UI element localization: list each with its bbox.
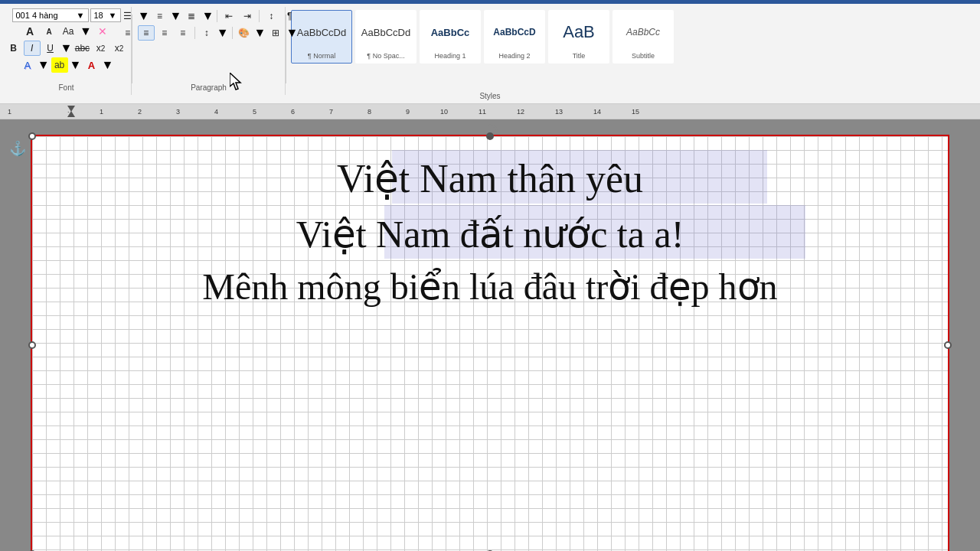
bold-btn[interactable]: B xyxy=(5,41,22,56)
anchor-icon[interactable]: ⚓ xyxy=(9,140,26,157)
page-content[interactable]: Việt Nam thân yêu Việt Nam đất nước ta a… xyxy=(32,152,948,312)
style-title[interactable]: AaB Title xyxy=(548,10,609,64)
shading-arrow: ▼ xyxy=(254,26,266,40)
ruler-label-9: 9 xyxy=(406,108,410,116)
text-effects-arrow: ▼ xyxy=(38,58,50,72)
numbering-arrow: ▼ xyxy=(170,9,182,23)
ruler-label-4: 4 xyxy=(214,108,218,116)
show-marks-btn[interactable]: ¶ xyxy=(281,8,298,24)
style-normal-preview: AaBbCcDd xyxy=(295,14,348,51)
style-heading2[interactable]: AaBbCcD Heading 2 xyxy=(484,10,545,64)
subscript-btn[interactable]: x2 xyxy=(92,41,109,56)
para-divider1 xyxy=(217,10,217,22)
handle-top-mid[interactable] xyxy=(486,132,494,140)
style-nospace-preview: AaBbCcDd xyxy=(359,14,413,51)
ruler-label-1: 1 xyxy=(8,108,11,116)
underline-btn[interactable]: U xyxy=(42,41,59,56)
font-color-btn[interactable]: A xyxy=(83,57,100,73)
poem-line-1: Việt Nam thân yêu xyxy=(32,152,948,207)
style-subtitle-preview: AaBbCc xyxy=(616,14,670,51)
ruler-label-zero: · xyxy=(67,108,70,116)
ruler-label-15: 15 xyxy=(632,108,639,116)
doc-area: Việt Nam thân yêu Việt Nam đất nước ta a… xyxy=(0,119,980,551)
para-divider2 xyxy=(259,10,260,22)
styles-group: AaBbCcDd ¶ Normal AaBbCcDd ¶ No Spac... … xyxy=(286,7,678,95)
line-spacing-btn[interactable]: ↕ xyxy=(198,25,215,41)
strikethrough-btn[interactable]: abc xyxy=(74,41,90,56)
size-dropdown-arrow: ▼ xyxy=(109,11,117,20)
font-row4: A ▼ ab ▼ A ▼ xyxy=(19,57,114,73)
decrease-font-btn[interactable]: A xyxy=(41,24,57,39)
style-title-label: Title xyxy=(573,52,586,60)
increase-indent-btn[interactable]: ⇥ xyxy=(239,8,256,24)
borders-btn[interactable]: ⊞ xyxy=(267,25,284,41)
ruler-label-5: 5 xyxy=(253,108,256,116)
clear-format-btn[interactable]: ✕ xyxy=(94,24,111,39)
page[interactable]: Việt Nam thân yêu Việt Nam đất nước ta a… xyxy=(31,135,949,551)
ruler-content: 1 · 1 2 3 4 5 6 7 8 9 10 11 12 13 14 15 xyxy=(0,104,980,119)
align-left-btn[interactable]: ≡ xyxy=(119,25,136,41)
style-normal-label: ¶ Normal xyxy=(308,52,335,60)
font-color-arrow: ▼ xyxy=(101,58,113,72)
ruler-label-13: 13 xyxy=(555,108,563,116)
style-nospace-label: ¶ No Spac... xyxy=(367,52,404,60)
highlight-arrow: ▼ xyxy=(70,58,82,72)
font-row1: 001 4 hàng ▼ 18 ▼ xyxy=(12,8,121,22)
style-subtitle[interactable]: AaBbCc Subtitle xyxy=(612,10,674,64)
borders-arrow: ▼ xyxy=(286,26,298,40)
line-spacing-arrow: ▼ xyxy=(217,26,229,40)
underline-arrow: ▼ xyxy=(60,41,73,55)
poem-line-2: Việt Nam đất nước ta a! xyxy=(32,207,948,261)
font-group: 001 4 hàng ▼ 18 ▼ A A Aa ▼ ✕ B I xyxy=(2,7,132,95)
shading-btn[interactable]: 🎨 xyxy=(236,25,253,41)
ribbon-top: 001 4 hàng ▼ 18 ▼ A A Aa ▼ ✕ B I xyxy=(0,4,980,103)
handle-left-mid[interactable] xyxy=(28,341,36,349)
handle-right-mid[interactable] xyxy=(944,341,952,349)
sort-btn[interactable]: ↕ xyxy=(263,8,279,24)
handle-top-left[interactable] xyxy=(28,132,36,140)
styles-label: Styles xyxy=(479,92,500,95)
align-center-btn[interactable]: ≡ xyxy=(138,25,155,41)
ruler-label-2: 2 xyxy=(138,108,142,116)
paragraph-group: ☰ ▼ ≡ ▼ ≣ ▼ ⇤ ⇥ ↕ ¶ ≡ ≡ ≡ ≡ ↕ ▼ xyxy=(132,7,286,95)
change-case-btn[interactable]: Aa xyxy=(60,24,77,39)
numbering-btn[interactable]: ≡ xyxy=(152,8,168,24)
style-h2-preview: AaBbCcD xyxy=(488,14,541,51)
multilevel-btn[interactable]: ≣ xyxy=(183,8,200,24)
paragraph-label: Paragraph xyxy=(191,83,227,92)
justify-btn[interactable]: ≡ xyxy=(175,25,191,41)
para-row2: ≡ ≡ ≡ ≡ ↕ ▼ 🎨 ▼ ⊞ ▼ xyxy=(119,25,299,41)
font-size: 18 xyxy=(94,11,103,20)
style-normal[interactable]: AaBbCcDd ¶ Normal xyxy=(291,10,352,64)
ribbon: 001 4 hàng ▼ 18 ▼ A A Aa ▼ ✕ B I xyxy=(0,4,980,104)
align-right-btn[interactable]: ≡ xyxy=(156,25,173,41)
ruler-label-12: 12 xyxy=(517,108,524,116)
ruler-label-8: 8 xyxy=(368,108,371,116)
style-nospace[interactable]: AaBbCcDd ¶ No Spac... xyxy=(355,10,416,64)
para-divider4 xyxy=(232,27,233,39)
italic-btn[interactable]: I xyxy=(24,41,41,56)
ruler-label-7: 7 xyxy=(329,108,333,116)
ruler-label-6: 6 xyxy=(291,108,295,116)
poem-line-3: Mênh mông biển lúa đâu trời đẹp hơn xyxy=(32,261,948,312)
style-h2-label: Heading 2 xyxy=(498,52,530,60)
text-effects-btn[interactable]: A xyxy=(19,57,36,73)
ruler-label-1b: 1 xyxy=(100,108,103,116)
font-name: 001 4 hàng xyxy=(16,11,58,20)
bullets-btn[interactable]: ☰ xyxy=(119,8,136,24)
font-label: Font xyxy=(58,83,74,92)
increase-font-btn[interactable]: A xyxy=(21,24,38,39)
ruler-label-14: 14 xyxy=(593,108,601,116)
size-selector[interactable]: 18 ▼ xyxy=(90,8,121,22)
font-dropdown-arrow: ▼ xyxy=(77,11,85,20)
style-h1-label: Heading 1 xyxy=(434,52,466,60)
ruler: 1 · 1 2 3 4 5 6 7 8 9 10 11 12 13 14 15 xyxy=(0,104,980,119)
decrease-indent-btn[interactable]: ⇤ xyxy=(220,8,237,24)
style-heading1[interactable]: AaBbCc Heading 1 xyxy=(420,10,481,64)
highlight-btn[interactable]: ab xyxy=(51,57,68,73)
case-arrow: ▼ xyxy=(80,24,92,38)
font-selector[interactable]: 001 4 hàng ▼ xyxy=(12,8,89,22)
para-divider3 xyxy=(194,27,195,39)
superscript-btn[interactable]: x2 xyxy=(110,41,127,56)
ruler-label-11: 11 xyxy=(479,108,486,116)
